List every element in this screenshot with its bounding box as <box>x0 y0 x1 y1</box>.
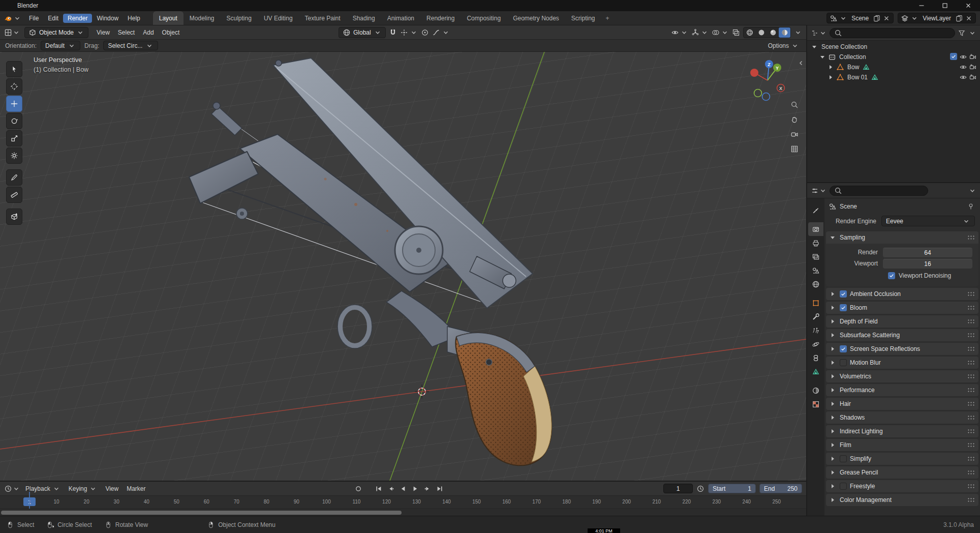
workspace-tab-uv-editing[interactable]: UV Editing <box>258 11 299 25</box>
new-scene-icon[interactable] <box>873 14 881 22</box>
prev-keyframe-button[interactable] <box>385 484 396 494</box>
section-expand-icon[interactable] <box>829 482 837 490</box>
properties-tab-object[interactable] <box>808 296 823 310</box>
toggle-xray-icon[interactable] <box>732 28 740 37</box>
tool-add-cube-button[interactable] <box>6 209 22 225</box>
outliner-disclosure-icon[interactable] <box>810 43 818 51</box>
section-header-film[interactable]: Film <box>826 439 978 451</box>
outliner-disclosure-icon[interactable] <box>818 53 826 61</box>
render-engine-select[interactable]: Eevee <box>881 216 975 226</box>
workspace-tab-modeling[interactable]: Modeling <box>183 11 221 25</box>
section-header-motion-blur[interactable]: Motion Blur <box>826 357 978 369</box>
show-overlays-dropdown[interactable] <box>712 28 729 37</box>
frame-end-field[interactable]: End 250 <box>759 484 802 493</box>
menu-render[interactable]: Render <box>63 14 92 23</box>
blender-menu-button[interactable] <box>4 14 21 22</box>
motion-blur-enable-checkbox[interactable] <box>840 359 847 366</box>
section-header-color-management[interactable]: Color Management <box>826 494 978 506</box>
object-visibility-dropdown[interactable] <box>671 28 688 37</box>
outliner-disclosure-icon[interactable] <box>826 73 835 81</box>
minimize-button[interactable] <box>910 0 933 11</box>
outliner-editor-type-button[interactable] <box>811 29 827 37</box>
properties-tab-object-data[interactable] <box>808 365 823 378</box>
properties-tab-material[interactable] <box>808 383 823 397</box>
timeline-editor-type-button[interactable] <box>4 485 20 493</box>
properties-tab-physics[interactable] <box>808 337 823 351</box>
disable-in-renders-toggle-icon[interactable] <box>969 53 977 61</box>
tool-transform-button[interactable] <box>6 147 22 164</box>
tool-move-button[interactable] <box>6 96 22 112</box>
bow-model[interactable] <box>189 58 552 465</box>
workspace-tab-layout[interactable]: Layout <box>153 11 183 25</box>
workspace-tab-animation[interactable]: Animation <box>381 11 420 25</box>
section-expand-icon[interactable] <box>829 496 837 504</box>
drag-handle[interactable] <box>967 429 975 434</box>
editor-type-button[interactable] <box>4 28 20 37</box>
new-viewlayer-icon[interactable] <box>955 14 963 22</box>
drag-handle[interactable] <box>967 497 975 502</box>
section-header-performance[interactable]: Performance <box>826 384 978 396</box>
properties-options-chevron-icon[interactable] <box>968 187 976 195</box>
section-header-hair[interactable]: Hair <box>826 398 978 410</box>
drag-handle[interactable] <box>967 470 975 475</box>
section-header-bloom[interactable]: Bloom <box>826 302 978 314</box>
orientation-setting-select[interactable]: Default <box>41 41 80 50</box>
outliner-row-scene-collection[interactable]: Scene Collection <box>807 42 980 52</box>
drag-handle[interactable] <box>967 388 975 393</box>
section-expand-icon[interactable] <box>829 468 837 477</box>
outliner-row-bow[interactable]: Bow <box>807 62 980 72</box>
drag-handle[interactable] <box>967 442 975 448</box>
section-header-indirect-lighting[interactable]: Indirect Lighting <box>826 425 978 437</box>
properties-tab-output[interactable] <box>808 236 823 250</box>
section-header-ambient-occlusion[interactable]: Ambient Occlusion <box>826 288 978 300</box>
drag-setting-select[interactable]: Select Circ... <box>103 41 158 50</box>
section-expand-icon[interactable] <box>829 372 837 380</box>
use-preview-range-icon[interactable] <box>696 485 705 493</box>
drag-handle[interactable] <box>967 291 975 297</box>
toggle-perspective-icon[interactable] <box>790 145 799 153</box>
drag-handle[interactable] <box>967 319 975 324</box>
menu-window[interactable]: Window <box>92 14 123 23</box>
close-button[interactable] <box>957 0 980 11</box>
filter-funnel-icon[interactable] <box>958 29 966 37</box>
workspace-tab-geometry-nodes[interactable]: Geometry Nodes <box>507 11 565 25</box>
frame-start-field[interactable]: Start 1 <box>708 484 756 493</box>
camera-view-icon[interactable] <box>790 130 799 138</box>
hide-in-viewport-toggle-icon[interactable] <box>959 53 967 61</box>
unlink-scene-icon[interactable] <box>882 14 891 22</box>
section-expand-icon[interactable] <box>829 413 837 422</box>
drag-handle[interactable] <box>967 484 975 489</box>
tool-scale-button[interactable] <box>6 130 22 146</box>
section-header-volumetrics[interactable]: Volumetrics <box>826 370 978 382</box>
timeline-menu-marker[interactable]: Marker <box>122 484 149 493</box>
properties-tab-scene[interactable] <box>808 263 823 277</box>
menu-edit[interactable]: Edit <box>43 14 63 23</box>
section-expand-icon[interactable] <box>829 427 837 435</box>
viewport-denoising-checkbox[interactable] <box>888 272 895 279</box>
section-expand-icon[interactable] <box>829 331 837 339</box>
hide-in-viewport-toggle-icon[interactable] <box>959 73 967 81</box>
current-frame-field[interactable]: 1 <box>663 484 693 493</box>
properties-search-input[interactable] <box>845 187 924 194</box>
tool-tweak-select-button[interactable] <box>6 61 22 77</box>
section-header-screen-space-reflections[interactable]: Screen Space Reflections <box>826 343 978 355</box>
section-expand-icon[interactable] <box>829 455 837 463</box>
drag-handle[interactable] <box>967 374 975 379</box>
tool-measure-button[interactable] <box>6 187 22 203</box>
section-header-subsurface-scattering[interactable]: Subsurface Scattering <box>826 329 978 341</box>
transform-orientation-select[interactable]: Global <box>339 27 386 38</box>
workspace-add-tab-button[interactable]: + <box>601 11 614 25</box>
section-expand-icon[interactable] <box>829 290 837 298</box>
viewport-menu-select[interactable]: Select <box>114 28 139 37</box>
outliner-disclosure-icon[interactable] <box>826 63 835 71</box>
drag-handle[interactable] <box>967 401 975 406</box>
drag-handle[interactable] <box>967 415 975 420</box>
section-expand-icon[interactable] <box>829 317 837 325</box>
section-expand-icon[interactable] <box>829 441 837 449</box>
properties-search[interactable] <box>830 186 928 196</box>
proportional-falloff-select[interactable] <box>432 28 450 37</box>
scene-selector[interactable]: Scene <box>826 13 894 23</box>
viewport-menu-object[interactable]: Object <box>158 28 184 37</box>
options-dropdown[interactable]: Options <box>766 42 801 50</box>
timeline-horizontal-scrollbar[interactable] <box>1 511 402 515</box>
